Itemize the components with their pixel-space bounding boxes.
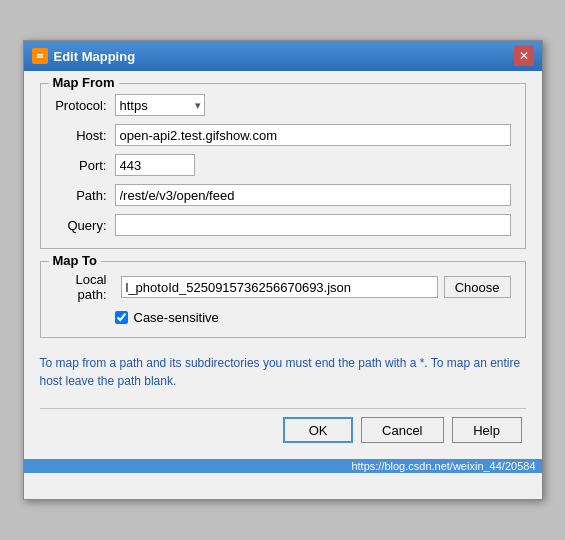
case-sensitive-checkbox[interactable] (115, 311, 128, 324)
dialog-title: Edit Mapping (54, 49, 136, 64)
svg-rect-0 (35, 51, 45, 61)
ok-button[interactable]: OK (283, 417, 353, 443)
map-from-label: Map From (49, 75, 119, 90)
query-row: Query: (55, 214, 511, 236)
map-to-label: Map To (49, 253, 102, 268)
choose-button[interactable]: Choose (444, 276, 511, 298)
help-button[interactable]: Help (452, 417, 522, 443)
path-label: Path: (55, 188, 115, 203)
local-path-label: Local path: (55, 272, 115, 302)
case-sensitive-row: Case-sensitive (115, 310, 511, 325)
map-from-section: Map From Protocol: http https file ftp H… (40, 83, 526, 249)
dialog-icon (32, 48, 48, 64)
title-bar-left: Edit Mapping (32, 48, 136, 64)
port-label: Port: (55, 158, 115, 173)
title-bar: Edit Mapping ✕ (24, 41, 542, 71)
query-label: Query: (55, 218, 115, 233)
help-text: To map from a path and its subdirectorie… (40, 350, 526, 394)
case-sensitive-label[interactable]: Case-sensitive (134, 310, 219, 325)
cancel-button[interactable]: Cancel (361, 417, 443, 443)
status-bar: https://blog.csdn.net/weixin_44/20584 (24, 459, 542, 473)
svg-rect-2 (37, 57, 43, 59)
path-row: Path: (55, 184, 511, 206)
host-row: Host: (55, 124, 511, 146)
svg-rect-1 (37, 54, 43, 56)
dialog-body: Map From Protocol: http https file ftp H… (24, 71, 542, 459)
local-path-input[interactable] (121, 276, 438, 298)
query-input[interactable] (115, 214, 511, 236)
edit-mapping-dialog: Edit Mapping ✕ Map From Protocol: http h… (23, 40, 543, 500)
protocol-select-wrapper: http https file ftp (115, 94, 205, 116)
port-row: Port: (55, 154, 511, 176)
close-button[interactable]: ✕ (514, 46, 534, 66)
protocol-select[interactable]: http https file ftp (115, 94, 205, 116)
port-input[interactable] (115, 154, 195, 176)
protocol-row: Protocol: http https file ftp (55, 94, 511, 116)
map-to-section: Map To Local path: Choose Case-sensitive (40, 261, 526, 338)
button-row: OK Cancel Help (40, 408, 526, 447)
local-path-row: Local path: Choose (55, 272, 511, 302)
host-label: Host: (55, 128, 115, 143)
path-input[interactable] (115, 184, 511, 206)
protocol-label: Protocol: (55, 98, 115, 113)
host-input[interactable] (115, 124, 511, 146)
